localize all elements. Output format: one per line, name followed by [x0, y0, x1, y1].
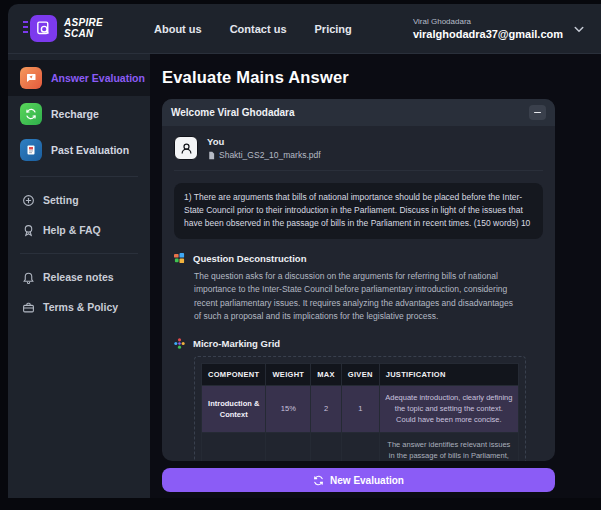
- nav-pricing[interactable]: Pricing: [315, 23, 352, 35]
- justification-cell: The answer identifies relevant issues in…: [379, 432, 518, 461]
- file-icon: [207, 151, 216, 160]
- deconstruction-icon: [174, 253, 185, 264]
- welcome-title: Welcome Viral Ghodadara: [171, 107, 295, 118]
- micro-marking-grid-section: Micro-Marking Grid COMPONENT WEIGHT MAX …: [174, 338, 543, 461]
- collapse-button[interactable]: [529, 105, 546, 120]
- max-cell: 2: [311, 385, 342, 432]
- new-evaluation-button[interactable]: New Evaluation: [162, 468, 555, 492]
- attachment-row[interactable]: Shakti_GS2_10_marks.pdf: [207, 150, 321, 160]
- sidebar-item-label: Setting: [43, 194, 79, 206]
- column-header: JUSTIFICATION: [379, 363, 518, 385]
- page-title: Evaluate Mains Answer: [162, 68, 587, 87]
- app-window: ASPIRE SCAN About us Contact us Pricing …: [8, 4, 601, 498]
- sidebar-item-label: Recharge: [51, 108, 99, 120]
- sidebar-item-label: Help & FAQ: [43, 224, 101, 236]
- message-content: You Shakti_GS2_10_marks.pdf: [207, 136, 321, 160]
- evaluation-card: Welcome Viral Ghodadara You: [162, 99, 555, 461]
- sidebar-item-release-notes[interactable]: Release notes: [8, 262, 150, 292]
- column-header: GIVEN: [341, 363, 379, 385]
- minus-icon: [534, 112, 541, 114]
- table-row: Key Answer 60% 6 3.5 The answer identifi…: [202, 432, 519, 461]
- column-header: COMPONENT: [202, 363, 266, 385]
- main-content: Evaluate Mains Answer Welcome Viral Ghod…: [150, 54, 601, 498]
- setting-icon: [22, 194, 35, 207]
- table-header-row: COMPONENT WEIGHT MAX GIVEN JUSTIFICATION: [202, 363, 519, 385]
- user-name: Viral Ghodadara: [413, 17, 563, 26]
- past-evaluation-icon: [20, 139, 42, 161]
- section-header: Micro-Marking Grid: [174, 338, 543, 349]
- sidebar-item-answer-evaluation[interactable]: Answer Evaluation: [8, 60, 150, 96]
- sidebar-item-setting[interactable]: Setting: [8, 185, 150, 215]
- new-evaluation-label: New Evaluation: [330, 475, 404, 486]
- attachment-name: Shakti_GS2_10_marks.pdf: [219, 150, 321, 160]
- user-meta: Viral Ghodadara viralghodadra37@gmail.co…: [413, 17, 563, 40]
- component-cell: Key Answer: [202, 432, 266, 461]
- sidebar-item-label: Past Evaluation: [51, 144, 129, 156]
- sidebar-divider: [20, 176, 138, 177]
- sidebar-item-help-faq[interactable]: Help & FAQ: [8, 215, 150, 245]
- help-faq-icon: [22, 224, 35, 237]
- sidebar-item-label: Terms & Policy: [43, 301, 118, 313]
- max-cell: 6: [311, 432, 342, 461]
- micro-marking-table: COMPONENT WEIGHT MAX GIVEN JUSTIFICATION: [201, 363, 519, 461]
- given-cell: 1: [341, 385, 379, 432]
- top-navigation-bar: ASPIRE SCAN About us Contact us Pricing …: [8, 4, 601, 54]
- brand-name: ASPIRE SCAN: [64, 18, 103, 39]
- refresh-icon: [313, 475, 324, 486]
- card-header: Welcome Viral Ghodadara: [162, 99, 555, 126]
- weight-cell: 15%: [266, 385, 311, 432]
- top-nav-links: About us Contact us Pricing: [146, 23, 352, 35]
- sidebar-item-recharge[interactable]: Recharge: [8, 96, 150, 132]
- sidebar-item-label: Release notes: [43, 271, 114, 283]
- sidebar-item-terms-policy[interactable]: Terms & Policy: [8, 292, 150, 322]
- given-cell: 3.5: [341, 432, 379, 461]
- section-title: Micro-Marking Grid: [193, 338, 280, 349]
- chevron-down-icon[interactable]: [573, 23, 585, 35]
- sidebar-item-past-evaluation[interactable]: Past Evaluation: [8, 132, 150, 168]
- user-avatar: [174, 136, 198, 160]
- user-email: viralghodadra37@gmail.com: [413, 28, 563, 40]
- marking-grid-container: COMPONENT WEIGHT MAX GIVEN JUSTIFICATION: [194, 356, 526, 461]
- question-deconstruction-section: Question Deconstruction The question ask…: [174, 253, 543, 324]
- sidebar-divider: [20, 253, 138, 254]
- weight-cell: 60%: [266, 432, 311, 461]
- question-text: 1) There are arguments that bills of nat…: [174, 183, 543, 239]
- briefcase-icon: [22, 301, 35, 314]
- chat-evaluation-icon: [20, 67, 42, 89]
- grid-icon: [174, 338, 185, 349]
- recharge-icon: [20, 103, 42, 125]
- user-message: You Shakti_GS2_10_marks.pdf: [174, 136, 543, 171]
- aspire-scan-logo-icon: [30, 15, 57, 42]
- column-header: WEIGHT: [266, 363, 311, 385]
- table-row: Introduction & Context 15% 2 1 Adequate …: [202, 385, 519, 432]
- nav-contact-us[interactable]: Contact us: [230, 23, 287, 35]
- brand-logo-block[interactable]: ASPIRE SCAN: [8, 15, 146, 42]
- bell-icon: [22, 271, 35, 284]
- user-account-menu[interactable]: Viral Ghodadara viralghodadra37@gmail.co…: [413, 17, 601, 40]
- section-title: Question Deconstruction: [193, 253, 306, 264]
- card-body: You Shakti_GS2_10_marks.pdf 1) There are…: [162, 126, 555, 461]
- component-cell: Introduction & Context: [202, 385, 266, 432]
- column-header: MAX: [311, 363, 342, 385]
- section-header: Question Deconstruction: [174, 253, 543, 264]
- sidebar-item-label: Answer Evaluation: [51, 72, 145, 84]
- justification-cell: Adequate introduction, clearly defining …: [379, 385, 518, 432]
- deconstruction-body: The question asks for a discussion on th…: [194, 270, 543, 324]
- sidebar: Answer Evaluation Recharge Past Evaluati…: [8, 54, 150, 498]
- message-sender: You: [207, 136, 321, 147]
- nav-about-us[interactable]: About us: [154, 23, 202, 35]
